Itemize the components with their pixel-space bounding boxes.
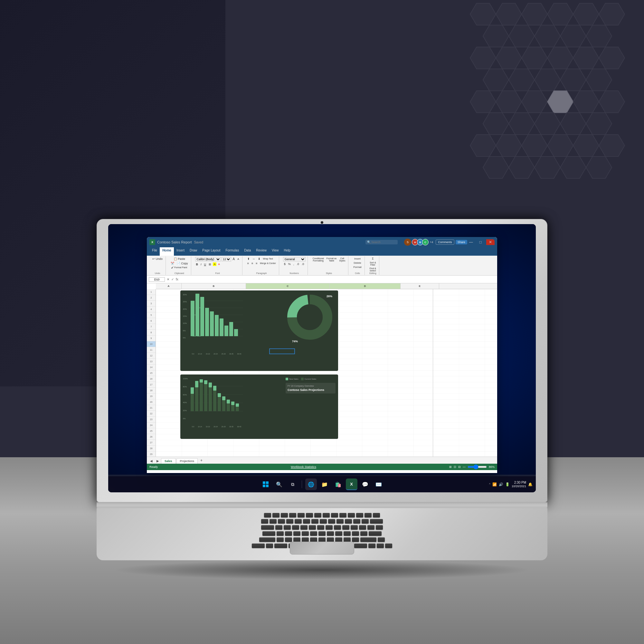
normal-view-icon[interactable]: ⊞	[449, 465, 452, 469]
cell-name-box[interactable]	[149, 277, 165, 282]
percent-button[interactable]: %	[287, 262, 292, 266]
statusbar-ready: Ready	[149, 465, 158, 469]
tab-draw[interactable]: Draw	[187, 247, 200, 256]
cut-button[interactable]: ✂️	[170, 261, 175, 265]
formula-cancel-icon[interactable]: ✕	[167, 278, 169, 281]
decrease-decimal-button[interactable]: .0	[301, 262, 305, 266]
taskbar-taskview-icon[interactable]: ⧉	[287, 478, 298, 490]
font-size-select[interactable]: 11	[222, 257, 231, 261]
key-del	[373, 513, 380, 517]
svg-marker-40	[509, 156, 535, 178]
find-select-button[interactable]: Find &Select	[369, 267, 377, 272]
comma-button[interactable]: ,	[292, 262, 295, 266]
comments-button[interactable]: Comments	[436, 240, 454, 245]
statusbar-workbook-stats[interactable]: Workbook Statistics	[291, 465, 316, 469]
key-capslock	[262, 531, 275, 536]
copy-button[interactable]: 📄 Copy	[176, 261, 189, 265]
system-tray-chevron-icon[interactable]: ^	[489, 483, 490, 486]
delete-cells-button[interactable]: Delete	[352, 261, 362, 265]
ribbon-group-editing: Σ Sort &Filter Find &Select Editing	[367, 256, 379, 275]
volume-icon[interactable]: 🔊	[499, 482, 503, 487]
tab-insert[interactable]: Insert	[174, 247, 187, 256]
styles-group-label: Styles	[326, 272, 332, 274]
tab-page-layout[interactable]: Page Layout	[200, 247, 223, 256]
tab-file[interactable]: File	[149, 247, 160, 256]
align-center-button[interactable]: ≡	[251, 261, 254, 265]
border-button[interactable]: ⊞	[208, 262, 212, 266]
formula-insert-icon[interactable]: fx	[176, 278, 178, 281]
underline-button[interactable]: U	[203, 262, 207, 266]
taskbar-start-icon[interactable]	[260, 478, 271, 490]
tab-view[interactable]: View	[269, 247, 281, 256]
align-top-button[interactable]: ⬆	[246, 257, 251, 261]
close-button[interactable]: ✕	[486, 239, 495, 245]
fill-color-button[interactable]: A	[213, 262, 216, 266]
notification-icon[interactable]: 🔔	[528, 482, 533, 487]
bold-button[interactable]: B	[195, 262, 199, 266]
sort-filter-button[interactable]: Sort &Filter	[369, 261, 377, 266]
align-right-button[interactable]: ≡	[255, 261, 258, 265]
laptop-base: hp	[97, 502, 547, 560]
scroll-right-tab-icon[interactable]: ▶	[155, 458, 161, 464]
tab-formulas[interactable]: Formulas	[223, 247, 241, 256]
page-break-view-icon[interactable]: ⊟	[458, 465, 461, 469]
formula-input[interactable]	[180, 278, 495, 281]
paste-button[interactable]: 📋 Paste	[170, 257, 189, 261]
clock-date[interactable]: 2:30 PM 10/20/2021	[512, 480, 526, 488]
increase-font-button[interactable]: A	[232, 257, 236, 261]
key-u	[326, 525, 333, 530]
touchpad[interactable]	[290, 542, 354, 554]
tab-help[interactable]: Help	[281, 247, 293, 256]
tab-data[interactable]: Data	[241, 247, 253, 256]
number-format-select[interactable]: General	[283, 257, 306, 261]
taskbar-mail-icon[interactable]: ✉️	[373, 478, 384, 490]
cell-styles-button[interactable]: CellStyles	[338, 257, 346, 262]
text-format-buttons: B I U ⊞ A A	[195, 262, 240, 266]
increase-decimal-button[interactable]: .0	[296, 262, 300, 266]
svg-marker-30	[535, 113, 560, 135]
tab-home[interactable]: Home	[160, 247, 174, 256]
merge-center-button[interactable]: Merge & Center	[259, 262, 277, 265]
wifi-icon[interactable]: 📶	[492, 482, 497, 487]
italic-button[interactable]: I	[200, 262, 203, 266]
add-sheet-button[interactable]: +	[198, 457, 204, 464]
align-left-button[interactable]: ≡	[246, 261, 250, 265]
zoom-slider[interactable]	[468, 466, 487, 468]
formula-confirm-icon[interactable]: ✓	[171, 278, 174, 281]
key-j	[327, 531, 334, 536]
svg-rect-89	[204, 380, 207, 384]
conditional-format-button[interactable]: ConditionalFormatting	[312, 257, 325, 262]
minimize-button[interactable]: —	[467, 239, 475, 245]
scroll-left-tab-icon[interactable]: ◀	[148, 458, 155, 464]
decrease-font-button[interactable]: A	[236, 257, 240, 261]
taskbar-excel-icon[interactable]: X	[346, 478, 357, 490]
sum-button[interactable]: Σ	[369, 257, 377, 260]
taskbar-edge-icon[interactable]: 🌐	[305, 478, 317, 490]
search-input[interactable]	[365, 240, 398, 244]
font-family-select[interactable]: Calibri (Body)	[195, 257, 221, 261]
taskbar-search-icon[interactable]: 🔍	[273, 478, 285, 490]
format-table-button[interactable]: Format asTable	[326, 257, 338, 262]
col-header-b: B	[182, 283, 246, 289]
currency-button[interactable]: $	[283, 262, 287, 266]
taskbar-explorer-icon[interactable]: 📁	[319, 478, 330, 490]
sheet-tab-projections[interactable]: Projections	[176, 458, 198, 464]
font-color-button[interactable]: A	[217, 262, 221, 266]
taskbar-store-icon[interactable]: 🛍️	[332, 478, 344, 490]
page-layout-view-icon[interactable]: ⊡	[454, 465, 456, 469]
zoom-slider-icon: —	[463, 465, 466, 469]
align-middle-button[interactable]: ↔	[251, 257, 256, 261]
format-painter-button[interactable]: 🖌 Format Paint	[170, 266, 189, 269]
taskbar-teams-icon[interactable]: 💬	[359, 478, 371, 490]
maximize-button[interactable]: □	[478, 239, 484, 245]
sheet-tab-sales[interactable]: Sales	[161, 458, 176, 464]
battery-icon[interactable]: 🔋	[505, 482, 510, 487]
format-cells-button[interactable]: Format	[352, 265, 362, 269]
wrap-text-button[interactable]: Wrap Text	[262, 257, 274, 260]
insert-cells-button[interactable]: Insert	[352, 257, 362, 260]
undo-button[interactable]: ↩ Undo	[151, 257, 164, 261]
share-button[interactable]: Share	[456, 240, 467, 244]
align-bottom-button[interactable]: ⬇	[257, 257, 261, 261]
key-f2	[281, 513, 288, 517]
tab-review[interactable]: Review	[253, 247, 269, 256]
